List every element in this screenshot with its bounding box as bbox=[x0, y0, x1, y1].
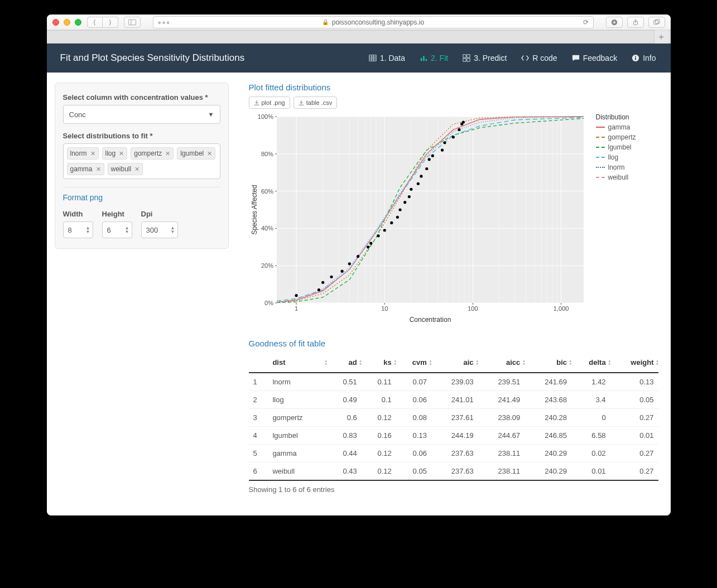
nav-rcode[interactable]: R code bbox=[520, 44, 558, 73]
svg-rect-4 bbox=[653, 20, 658, 24]
table-cell: lnorm bbox=[268, 373, 326, 391]
stepper-icon: ▲▼ bbox=[86, 226, 90, 234]
height-label: Height bbox=[102, 210, 132, 218]
table-cell: 239.03 bbox=[431, 373, 478, 391]
nav-predict[interactable]: 3. Predict bbox=[461, 44, 508, 73]
svg-point-87 bbox=[390, 221, 393, 224]
column-header[interactable]: bic▲▼ bbox=[524, 353, 571, 373]
column-header[interactable]: aicc▲▼ bbox=[478, 353, 525, 373]
svg-point-89 bbox=[398, 208, 401, 211]
remove-icon[interactable]: ✕ bbox=[165, 150, 170, 157]
table-cell: 0.27 bbox=[610, 409, 658, 427]
table-cell: llog bbox=[268, 391, 326, 409]
svg-text:1,000: 1,000 bbox=[553, 305, 569, 312]
distribution-tag[interactable]: weibull✕ bbox=[108, 163, 143, 175]
nav-info-label: Info bbox=[643, 54, 656, 62]
table-cell: 3 bbox=[249, 409, 268, 427]
reload-button[interactable]: ⟳ bbox=[583, 18, 589, 26]
table-cell: 0.43 bbox=[327, 462, 362, 481]
remove-icon[interactable]: ✕ bbox=[96, 166, 101, 173]
tabs-button[interactable] bbox=[648, 17, 665, 28]
nav-fit[interactable]: 2. Fit bbox=[418, 44, 449, 73]
table-cell: 0.01 bbox=[571, 462, 610, 481]
download-icon bbox=[254, 100, 259, 105]
reader-button[interactable]: ●●● bbox=[158, 19, 171, 26]
column-header[interactable]: ks▲▼ bbox=[362, 353, 396, 373]
tabs-icon bbox=[653, 19, 660, 26]
remove-icon[interactable]: ✕ bbox=[119, 150, 124, 157]
svg-rect-20 bbox=[635, 56, 636, 57]
share-button[interactable] bbox=[627, 17, 644, 28]
close-window-button[interactable] bbox=[52, 19, 59, 26]
downloads-button[interactable] bbox=[606, 17, 623, 28]
table-cell: 0.51 bbox=[327, 373, 362, 391]
minimize-window-button[interactable] bbox=[64, 19, 70, 26]
svg-text:40%: 40% bbox=[261, 225, 273, 232]
remove-icon[interactable]: ✕ bbox=[90, 150, 95, 157]
legend-item: lnorm bbox=[596, 163, 636, 171]
column-header[interactable]: aic▲▼ bbox=[431, 353, 478, 373]
gof-title: Goodness of fit table bbox=[249, 339, 658, 348]
distributions-input[interactable]: lnorm✕llog✕gompertz✕lgumbel✕gamma✕weibul… bbox=[63, 143, 220, 179]
download-plot-button[interactable]: plot .png bbox=[249, 97, 290, 109]
new-tab-button[interactable]: ＋ bbox=[654, 30, 668, 44]
share-icon bbox=[632, 19, 639, 26]
divider bbox=[63, 187, 220, 187]
sort-icon: ▲▼ bbox=[656, 359, 660, 366]
column-header[interactable]: cvm▲▼ bbox=[396, 353, 431, 373]
column-header[interactable]: weight▲▼ bbox=[610, 353, 658, 373]
url-bar[interactable]: ●●● 🔒 poissonconsulting.shinyapps.io ⟳ bbox=[153, 16, 594, 28]
table-cell: 0.06 bbox=[396, 445, 431, 462]
table-cell: 244.67 bbox=[478, 427, 525, 445]
table-cell: 0.12 bbox=[362, 462, 396, 481]
chart-legend: Distribution gammagompertzlgumbellloglno… bbox=[596, 113, 636, 184]
svg-point-103 bbox=[461, 121, 464, 123]
table-cell: 5 bbox=[249, 445, 268, 462]
remove-icon[interactable]: ✕ bbox=[207, 150, 212, 157]
svg-rect-6 bbox=[369, 55, 376, 61]
table-row: 3gompertz0.60.120.08237.61238.09240.2800… bbox=[249, 409, 658, 427]
zoom-window-button[interactable] bbox=[75, 19, 81, 26]
column-header[interactable]: delta▲▼ bbox=[571, 353, 610, 373]
app-title: Fit and Plot Species Sensitivity Distrib… bbox=[60, 52, 245, 64]
download-table-button[interactable]: table .csv bbox=[293, 97, 337, 109]
table-cell: 0.16 bbox=[362, 427, 396, 445]
table-cell: 237.63 bbox=[431, 445, 478, 462]
table-cell: gamma bbox=[268, 445, 326, 462]
table-cell: 241.69 bbox=[524, 373, 571, 391]
forward-button[interactable]: ⟩ bbox=[103, 17, 118, 28]
svg-point-94 bbox=[420, 175, 422, 177]
format-png-head: Format png bbox=[63, 193, 220, 202]
legend-swatch bbox=[596, 137, 605, 138]
distribution-tag[interactable]: llog✕ bbox=[102, 147, 128, 160]
legend-title: Distribution bbox=[596, 113, 636, 121]
macos-titlebar: ⟨ ⟩ ●●● 🔒 poissonconsulting.shinyapps.io… bbox=[47, 15, 671, 30]
table-row: 4lgumbel0.830.160.13244.19244.67246.856.… bbox=[249, 427, 658, 445]
svg-text:Species Affected: Species Affected bbox=[251, 185, 258, 234]
distribution-tag[interactable]: lgumbel✕ bbox=[177, 147, 215, 160]
distribution-tag[interactable]: lnorm✕ bbox=[67, 147, 99, 160]
legend-swatch bbox=[596, 167, 605, 168]
height-input[interactable]: 6 ▲▼ bbox=[102, 221, 132, 238]
column-select[interactable]: Conc ▼ bbox=[63, 105, 220, 124]
distribution-tag[interactable]: gompertz✕ bbox=[131, 147, 174, 160]
nav-feedback[interactable]: Feedback bbox=[571, 44, 618, 73]
legend-swatch bbox=[596, 157, 605, 158]
table-cell: 0.83 bbox=[327, 427, 362, 445]
table-cell: 6.58 bbox=[571, 427, 610, 445]
column-header[interactable]: dist▲▼ bbox=[268, 353, 326, 373]
tag-label: gamma bbox=[70, 165, 93, 173]
nav-info[interactable]: Info bbox=[631, 44, 657, 73]
remove-icon[interactable]: ✕ bbox=[134, 166, 139, 173]
svg-rect-12 bbox=[423, 56, 425, 61]
dpi-label: Dpi bbox=[141, 210, 171, 218]
dpi-input[interactable]: 300 ▲▼ bbox=[141, 221, 178, 238]
sidebar-toggle-button[interactable] bbox=[124, 17, 141, 28]
column-header[interactable] bbox=[249, 353, 268, 373]
lock-icon: 🔒 bbox=[322, 19, 329, 25]
distribution-tag[interactable]: gamma✕ bbox=[67, 163, 104, 175]
width-input[interactable]: 8 ▲▼ bbox=[63, 221, 93, 238]
nav-data[interactable]: 1. Data bbox=[368, 44, 406, 73]
column-header[interactable]: ad▲▼ bbox=[327, 353, 362, 373]
back-button[interactable]: ⟨ bbox=[87, 17, 103, 28]
